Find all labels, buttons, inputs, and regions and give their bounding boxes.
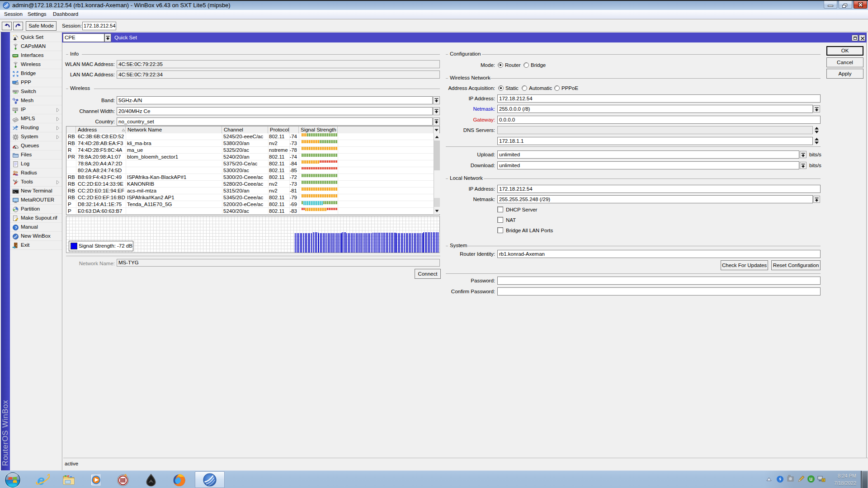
svg-text:255: 255 xyxy=(14,108,18,111)
svg-text:?: ? xyxy=(14,225,17,230)
svg-text:e: e xyxy=(37,473,45,488)
